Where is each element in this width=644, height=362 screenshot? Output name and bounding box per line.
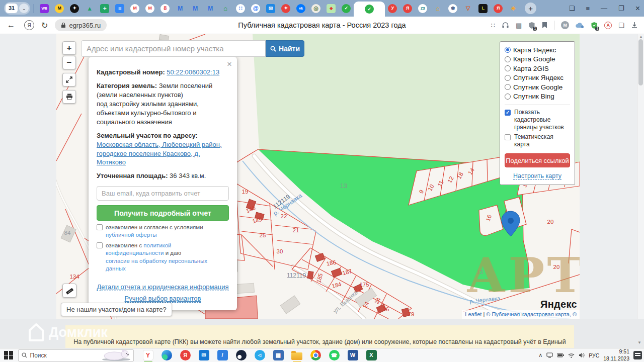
- language-indicator[interactable]: РУС: [589, 352, 599, 358]
- tab-star-black[interactable]: ✦: [67, 0, 82, 17]
- extensions-icon[interactable]: ❏: [618, 22, 624, 29]
- protect-shield-icon[interactable]: 1: [528, 22, 535, 29]
- wifi-icon[interactable]: [568, 353, 575, 358]
- tab-egrp365-active[interactable]: ✓: [354, 2, 385, 17]
- fullscreen-button[interactable]: [62, 73, 76, 86]
- tab-mailru[interactable]: @: [248, 0, 263, 17]
- address-bar[interactable]: egrp365.ru: [55, 19, 107, 31]
- start-button[interactable]: [4, 351, 13, 360]
- radio-icon[interactable]: [505, 94, 511, 100]
- cadastral-map[interactable]: 1313910111218141519332122161720201914614…: [56, 34, 580, 319]
- back-button[interactable]: ←: [7, 21, 15, 30]
- privacy-checkbox[interactable]: [97, 242, 103, 248]
- zoom-out-button[interactable]: −: [62, 56, 76, 69]
- scroll-up-icon[interactable]: ▲: [637, 35, 644, 38]
- minimize-button[interactable]: —: [601, 5, 607, 12]
- print-button[interactable]: [62, 90, 76, 104]
- chevron-down-icon[interactable]: ⌄: [19, 4, 29, 13]
- tab-yandex-1[interactable]: Я: [400, 0, 415, 17]
- tab-emblem[interactable]: ◎: [308, 0, 324, 17]
- offer-link[interactable]: публичной оферты: [106, 232, 157, 238]
- menu-icon[interactable]: ≡: [586, 5, 590, 12]
- leaflet-link[interactable]: Leaflet: [465, 311, 481, 317]
- tab-m-blue-1[interactable]: M: [173, 0, 188, 17]
- taskbar-app-steam[interactable]: [232, 348, 251, 362]
- antivirus-icon[interactable]: A: [604, 22, 612, 29]
- taskbar-app-whatsapp[interactable]: ☎: [325, 348, 344, 362]
- taskbar-app-yandex-search[interactable]: Я: [176, 348, 195, 362]
- offer-checkbox[interactable]: [97, 224, 103, 230]
- tab-yandex-2[interactable]: Я: [491, 0, 506, 17]
- tab-house-yellow[interactable]: ⌂: [430, 0, 445, 17]
- layer-option-Карта 2GIS[interactable]: Карта 2GIS: [505, 64, 570, 73]
- find-button[interactable]: Найти: [266, 40, 304, 57]
- tab-uslugi-red[interactable]: У: [385, 0, 400, 17]
- thematic-map-checkbox[interactable]: [505, 134, 511, 140]
- cadastral-number-link[interactable]: 50:22:0060302:13: [167, 68, 219, 76]
- tray-expand-icon[interactable]: ∧: [538, 352, 542, 358]
- manual-select-link[interactable]: Ручной выбор вариантов: [97, 294, 229, 303]
- tab-sun[interactable]: ☀: [506, 0, 521, 17]
- measure-button[interactable]: [62, 284, 76, 298]
- taskbar-app-edge[interactable]: [157, 348, 176, 362]
- layer-option-Спутник Google[interactable]: Спутник Google: [505, 82, 570, 92]
- radio-icon[interactable]: [505, 75, 511, 81]
- layer-option-Карта Google[interactable]: Карта Google: [505, 55, 570, 64]
- tab-google-dots[interactable]: ∷: [233, 0, 248, 17]
- device-icon[interactable]: [546, 352, 553, 358]
- yandex-button[interactable]: Я: [24, 20, 34, 30]
- tab-yandex-maps[interactable]: ◆: [324, 0, 339, 17]
- tab-gmail-2[interactable]: M: [142, 0, 157, 17]
- taskbar-app-yandex-browser[interactable]: Y: [139, 348, 157, 362]
- scroll-thumb[interactable]: [638, 39, 643, 85]
- radio-icon[interactable]: [505, 56, 511, 62]
- cadastral-borders-checkbox[interactable]: [505, 110, 511, 116]
- taskbar-app-chrome[interactable]: [306, 348, 325, 362]
- share-link-button[interactable]: Поделиться ссылкой: [505, 153, 570, 167]
- cloud-icon[interactable]: [576, 22, 584, 28]
- tab-z3[interactable]: ZЗ: [415, 0, 430, 17]
- tab-envelope-blue[interactable]: ✉: [263, 0, 278, 17]
- personal-data-link[interactable]: согласие на обработку персональных данны…: [106, 258, 207, 272]
- radio-icon[interactable]: [505, 84, 511, 90]
- pkk-link[interactable]: © Публичная кадастровая карта, ©: [486, 311, 577, 317]
- tab-m-blue-3[interactable]: M: [203, 0, 218, 17]
- download-icon[interactable]: [631, 22, 638, 29]
- close-button[interactable]: ×: [635, 4, 640, 13]
- volume-icon[interactable]: [579, 352, 585, 358]
- tab-domclick-green[interactable]: ⌂: [218, 0, 233, 17]
- reload-button[interactable]: ↻: [41, 21, 48, 30]
- layer-option-Спутник Яндекс[interactable]: Спутник Яндекс: [505, 73, 570, 83]
- collections-icon[interactable]: ∷: [491, 22, 495, 29]
- tab-docs[interactable]: ≡: [112, 0, 127, 17]
- report-details-link[interactable]: Детали отчета и юридическая информация: [97, 283, 229, 292]
- close-icon[interactable]: ×: [227, 60, 232, 68]
- taskbar-app-word[interactable]: W: [344, 348, 362, 362]
- tab-vk[interactable]: vk: [293, 0, 308, 17]
- get-report-button[interactable]: Получить подробный отчет: [97, 205, 229, 221]
- tab-panels-icon[interactable]: ❏: [569, 5, 575, 12]
- email-field[interactable]: [97, 186, 229, 201]
- tab-sheets[interactable]: +: [97, 0, 112, 17]
- not-found-tooltip[interactable]: Не нашли участок/дом на карте?: [61, 303, 172, 316]
- taskbar-app-excel[interactable]: X: [362, 348, 381, 362]
- taskbar-app-mail[interactable]: ✉: [195, 348, 213, 362]
- scroll-down-icon[interactable]: ▼: [637, 340, 641, 345]
- search-input[interactable]: [81, 40, 266, 57]
- tab-check-green[interactable]: ✓: [339, 0, 354, 17]
- tab-ornament-navy[interactable]: ❄: [445, 0, 460, 17]
- tab-megamarket[interactable]: M: [52, 0, 67, 17]
- headphones-icon[interactable]: [502, 22, 509, 29]
- radio-icon[interactable]: [505, 65, 511, 71]
- taskbar-search[interactable]: Поиск: [18, 349, 134, 361]
- tab-google-drive[interactable]: ▲: [82, 0, 97, 17]
- tab-m-blue-2[interactable]: M: [188, 0, 203, 17]
- zoom-in-button[interactable]: +: [62, 41, 76, 55]
- tab-nabla-orange[interactable]: ▽: [460, 0, 475, 17]
- layer-option-Спутник Bing[interactable]: Спутник Bing: [505, 92, 570, 102]
- tab-l-black[interactable]: L: [475, 0, 491, 17]
- taskbar-app-editor-blue[interactable]: /: [213, 348, 232, 362]
- tab-yandex-start[interactable]: ✦: [278, 0, 293, 17]
- map-settings-link[interactable]: Настроить карту: [505, 172, 570, 179]
- radio-icon[interactable]: [505, 47, 511, 53]
